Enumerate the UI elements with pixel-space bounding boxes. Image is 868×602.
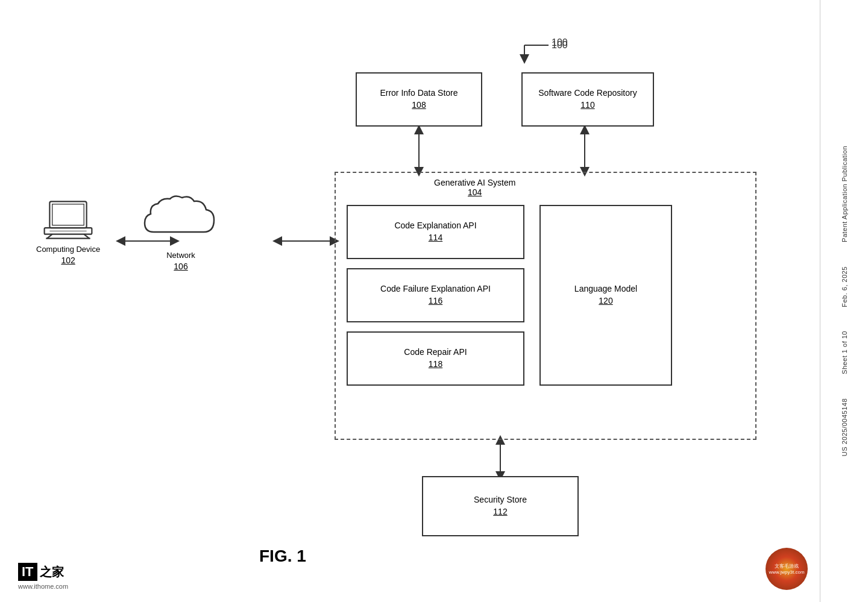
code-repair-api-label: Code Repair API — [404, 346, 467, 359]
error-info-store-number: 108 — [412, 99, 426, 111]
generative-ai-label-container: Generative AI System 104 — [434, 178, 515, 197]
generative-ai-label: Generative AI System — [434, 178, 515, 187]
computing-device-number: 102 — [61, 256, 75, 265]
network-cloud-container: Network 106 — [139, 193, 223, 273]
code-explanation-api-number: 114 — [429, 232, 442, 244]
security-store-label: Security Store — [474, 494, 527, 506]
sidebar-text-4: US 2025/0045148 — [841, 398, 848, 456]
svg-rect-10 — [52, 204, 84, 225]
software-code-repo-label: Software Code Repository — [538, 87, 637, 99]
language-model-number: 120 — [599, 295, 612, 307]
software-code-repo-number: 110 — [580, 99, 594, 111]
error-info-store-label: Error Info Data Store — [380, 87, 458, 99]
software-code-repo-box: Software Code Repository 110 — [521, 72, 654, 127]
computing-device-container: Computing Device 102 — [36, 199, 100, 267]
sidebar-text-1: Patent Application Publication — [841, 146, 848, 242]
language-model-box: Language Model 120 — [539, 205, 672, 386]
code-explanation-api-box: Code Explanation API 114 — [347, 205, 524, 259]
generative-ai-number: 104 — [434, 187, 515, 197]
sidebar-text-2: Feb. 6, 2025 — [841, 266, 848, 307]
chinese-suffix: 之家 — [40, 564, 64, 580]
code-repair-api-box: Code Repair API 118 — [347, 331, 524, 386]
watermark-circle: 文客毛游戏www.jwpy3t.com — [766, 548, 808, 590]
computing-device-label: Computing Device 102 — [36, 244, 100, 267]
network-label: Network 106 — [166, 250, 195, 273]
laptop-icon — [41, 199, 95, 241]
language-model-label: Language Model — [574, 283, 637, 295]
ref-100-label: 100 — [552, 37, 568, 48]
ithome-url: www.ithome.com — [18, 583, 68, 590]
security-store-box: Security Store 112 — [422, 476, 579, 536]
network-number: 106 — [174, 262, 187, 271]
it-logo: IT — [18, 563, 37, 581]
error-info-store-box: Error Info Data Store 108 — [356, 72, 482, 127]
code-repair-api-number: 118 — [429, 359, 442, 371]
svg-rect-9 — [49, 201, 86, 228]
right-sidebar: Patent Application Publication Feb. 6, 2… — [820, 0, 868, 602]
code-failure-api-box: Code Failure Explanation API 116 — [347, 268, 524, 322]
sidebar-text-3: Sheet 1 of 10 — [841, 331, 848, 374]
code-explanation-api-label: Code Explanation API — [394, 220, 476, 232]
ithome-branding: IT 之家 www.ithome.com — [18, 563, 68, 590]
security-store-number: 112 — [493, 506, 507, 518]
code-failure-api-number: 116 — [429, 295, 442, 307]
code-failure-api-label: Code Failure Explanation API — [380, 283, 491, 295]
cloud-icon — [139, 193, 223, 247]
figure-label: FIG. 1 — [259, 547, 306, 566]
